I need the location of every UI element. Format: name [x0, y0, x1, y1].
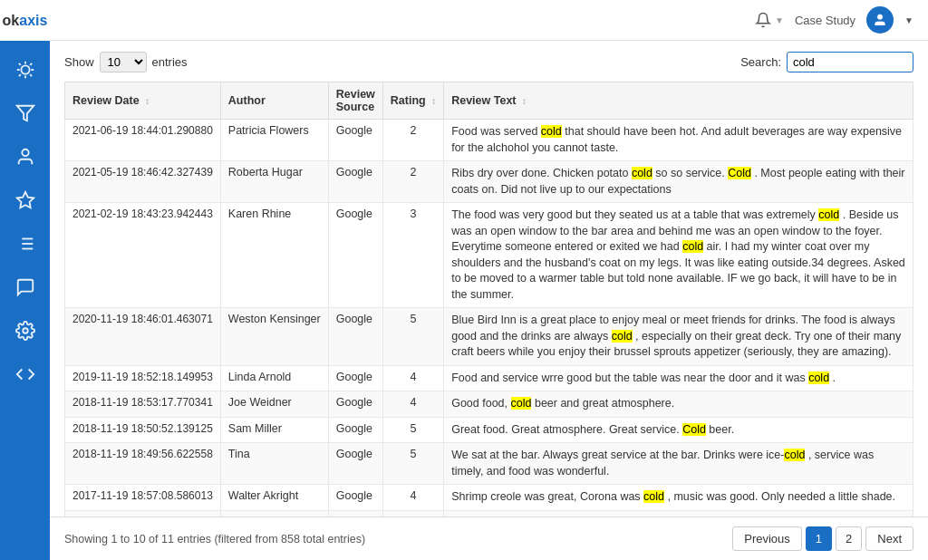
sidebar-item-filter[interactable] [0, 93, 50, 133]
table-row: 2018-11-19 18:50:52.139125Sam MillerGoog… [65, 417, 914, 443]
cell-source: Google [328, 308, 382, 366]
svg-point-2 [22, 150, 28, 156]
cell-author: Roberta Hugar [220, 161, 328, 203]
cell-rating: 2 [382, 161, 443, 203]
svg-point-0 [21, 65, 29, 73]
showing-text: Showing 1 to 10 of 11 entries (filtered … [64, 533, 365, 546]
cell-rating: 3 [382, 203, 443, 308]
sidebar-item-star[interactable] [0, 180, 50, 220]
sidebar-item-list[interactable] [0, 224, 50, 264]
content-area: Show 10 25 50 100 entries Search: Review… [50, 41, 928, 517]
table-header-row: Review Date ↕ Author ReviewSource Rating… [65, 82, 914, 120]
search-label: Search: [740, 55, 781, 69]
sidebar-nav [0, 50, 50, 394]
cell-author: Sam Miller [220, 417, 328, 443]
cell-review-text: Ribs dry over done. Chicken potato cold … [444, 161, 914, 203]
cell-rating: 5 [382, 308, 443, 366]
pagination: Previous 1 2 Next [732, 526, 914, 551]
search-control: Search: [740, 52, 914, 72]
sidebar-item-code[interactable] [0, 354, 50, 394]
sidebar-item-comments[interactable] [0, 267, 50, 307]
col-header-author: Author [220, 82, 328, 120]
cell-review-text: Shrimp creole was great, Corona was cold… [444, 485, 914, 511]
cell-date: 2019-11-19 18:52:18.149953 [65, 365, 221, 391]
col-header-text[interactable]: Review Text ↕ [444, 82, 914, 120]
table-row: 2017-11-19 18:48:18.588819Christopher Gr… [65, 510, 914, 517]
case-study-link[interactable]: Case Study [795, 14, 856, 27]
cell-author: Tina [220, 443, 328, 485]
table-row: 2019-11-19 18:52:18.149953Linda ArnoldGo… [65, 365, 914, 391]
reviews-table: Review Date ↕ Author ReviewSource Rating… [64, 82, 914, 517]
cell-review-text: We sat at the bar. Always great service … [444, 443, 914, 485]
cell-date: 2020-11-19 18:46:01.463071 [65, 308, 221, 366]
cell-review-text: Food was served cold that should have be… [444, 120, 914, 161]
svg-point-10 [23, 328, 28, 333]
cell-review-text: Food and service wrre good but the table… [444, 365, 914, 391]
cell-source: Google [328, 417, 382, 443]
cell-author: Patricia Flowers [220, 120, 328, 161]
table-row: 2021-06-19 18:44:01.290880Patricia Flowe… [65, 120, 914, 161]
show-label: Show [64, 55, 94, 69]
header: ▼ Case Study ▼ [50, 0, 928, 41]
cell-rating: 2 [382, 120, 443, 161]
cell-review-text: I did not want to go back here because m… [444, 510, 914, 517]
page-2-button[interactable]: 2 [836, 526, 862, 551]
table-controls: Show 10 25 50 100 entries Search: [64, 52, 914, 72]
cell-rating: 5 [382, 417, 443, 443]
show-entries-control: Show 10 25 50 100 entries [64, 52, 188, 72]
table-row: 2021-02-19 18:43:23.942443Karen RhineGoo… [65, 203, 914, 308]
cell-author: Christopher Gray [220, 510, 328, 517]
svg-marker-1 [16, 106, 33, 121]
logo: okaxis [0, 0, 50, 41]
cell-source: Google [328, 510, 382, 517]
cell-review-text: Good food, cold beer and great atmospher… [444, 391, 914, 418]
cell-review-text: Blue Bird Inn is a great place to enjoy … [444, 308, 914, 366]
col-header-date[interactable]: Review Date ↕ [65, 82, 221, 120]
main-panel: ▼ Case Study ▼ Show 10 25 50 100 entries… [50, 0, 928, 560]
sidebar-item-theme[interactable] [0, 50, 50, 90]
cell-date: 2017-11-19 18:48:18.588819 [65, 510, 221, 517]
cell-source: Google [328, 391, 382, 418]
table-row: 2018-11-19 18:49:56.622558TinaGoogle5We … [65, 443, 914, 485]
search-input[interactable] [787, 52, 914, 72]
cell-source: Google [328, 120, 382, 161]
cell-date: 2018-11-19 18:49:56.622558 [65, 443, 221, 485]
cell-source: Google [328, 203, 382, 308]
cell-rating: 4 [382, 391, 443, 418]
col-header-source: ReviewSource [328, 82, 382, 120]
cell-rating: 5 [382, 443, 443, 485]
sidebar-item-user[interactable] [0, 137, 50, 177]
cell-date: 2021-02-19 18:43:23.942443 [65, 203, 221, 308]
cell-date: 2021-05-19 18:46:42.327439 [65, 161, 221, 203]
previous-button[interactable]: Previous [732, 526, 802, 551]
cell-date: 2018-11-19 18:53:17.770341 [65, 391, 221, 418]
table-row: 2017-11-19 18:57:08.586013Walter Akright… [65, 485, 914, 511]
notification-bell[interactable]: ▼ [755, 12, 784, 28]
cell-date: 2017-11-19 18:57:08.586013 [65, 485, 221, 511]
cell-rating: 4 [382, 365, 443, 391]
cell-source: Google [328, 161, 382, 203]
entries-label: entries [152, 55, 188, 69]
svg-point-11 [877, 14, 882, 19]
table-row: 2021-05-19 18:46:42.327439Roberta HugarG… [65, 161, 914, 203]
logo-text: okaxis [3, 13, 48, 29]
cell-source: Google [328, 365, 382, 391]
avatar-chevron[interactable]: ▼ [904, 15, 914, 25]
cell-author: Karen Rhine [220, 203, 328, 308]
sidebar-item-settings[interactable] [0, 311, 50, 351]
cell-author: Weston Kensinger [220, 308, 328, 366]
cell-review-text: Great food. Great atmosphere. Great serv… [444, 417, 914, 443]
cell-author: Walter Akright [220, 485, 328, 511]
table-footer: Showing 1 to 10 of 11 entries (filtered … [50, 517, 928, 560]
cell-source: Google [328, 485, 382, 511]
page-1-button[interactable]: 1 [806, 526, 832, 551]
bell-chevron: ▼ [775, 15, 784, 25]
next-button[interactable]: Next [865, 526, 914, 551]
cell-rating: 2 [382, 510, 443, 517]
cell-source: Google [328, 443, 382, 485]
entries-select[interactable]: 10 25 50 100 [100, 52, 147, 72]
table-row: 2018-11-19 18:53:17.770341Joe WeidnerGoo… [65, 391, 914, 418]
sidebar: okaxis [0, 0, 50, 560]
user-avatar[interactable] [866, 6, 894, 34]
col-header-rating[interactable]: Rating ↕ [382, 82, 443, 120]
